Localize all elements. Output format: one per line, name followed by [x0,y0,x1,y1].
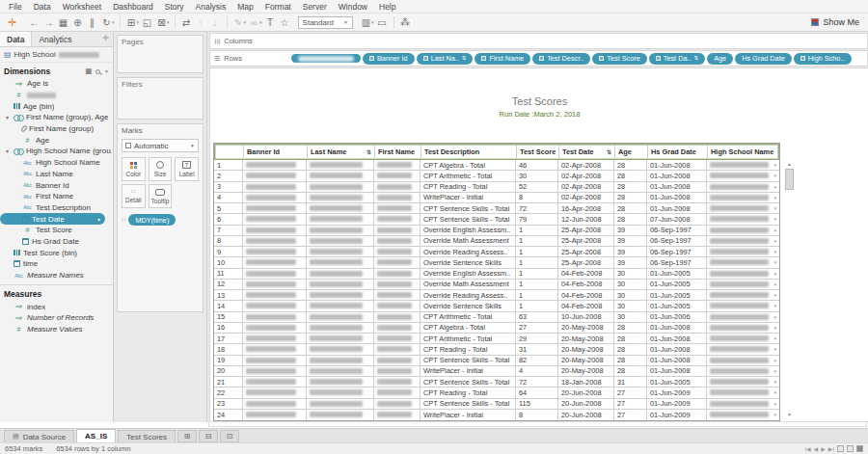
age-cell[interactable]: 27 [614,387,647,397]
test-score-cell[interactable]: 1 [516,290,558,300]
redacted-cell[interactable] [374,399,420,409]
redacted-cell[interactable] [243,257,307,267]
redacted-cell[interactable]: ▾ [707,193,779,202]
column-sort-icon[interactable]: ⇅ [607,148,611,155]
test-date-cell[interactable]: 02-Apr-2008 [558,182,614,192]
hs-grad-date-cell[interactable]: 01-Jun-2005 [647,280,707,289]
field-test-score[interactable]: Test Score [0,225,113,236]
clear-sheet-caret-icon[interactable]: ▾ [167,19,170,25]
test-date-cell[interactable]: 04-Feb-2008 [558,269,614,279]
field-redacted[interactable] [0,90,113,101]
test-date-cell[interactable]: 02-Apr-2008 [558,160,614,170]
sort-descending-icon[interactable]: ↓ [208,14,223,31]
scrollbar-thumb[interactable] [785,169,794,190]
sheet-tab-as-is[interactable]: AS_IS [76,429,116,442]
field-time[interactable]: time [0,258,113,270]
field-age-is[interactable]: Age is [0,78,113,90]
age-cell[interactable]: 30 [614,269,647,279]
row-number-cell[interactable]: 17 [214,334,243,343]
test-score-cell[interactable]: 72 [516,377,558,387]
redacted-cell[interactable] [374,247,420,256]
row-number-cell[interactable]: 1 [214,160,243,170]
redacted-cell[interactable] [374,334,420,343]
menu-item-data[interactable]: Data [28,2,57,12]
redacted-cell[interactable] [307,323,374,333]
test-description-cell[interactable]: Override English Assessm.. [420,269,516,279]
redacted-cell[interactable] [307,247,374,256]
redacted-cell[interactable] [243,247,307,256]
column-header-index[interactable] [215,145,244,159]
test-description-cell[interactable]: Override Reading Assess.. [420,247,516,256]
duplicate-sheet-icon[interactable]: ◱ [140,14,154,31]
age-cell[interactable]: 30 [614,312,647,322]
field-measure-values[interactable]: Measure Values [0,324,113,335]
redacted-cell[interactable]: ▾ [707,312,779,322]
field-test-score-bin-[interactable]: Test Score (bin) [0,247,113,258]
field-caret-icon[interactable]: ▾ [97,216,103,223]
redacted-cell[interactable] [374,182,420,192]
test-description-cell[interactable]: CPT Arithmetic - Total [420,171,516,180]
row-number-cell[interactable]: 8 [214,236,243,246]
test-description-cell[interactable]: WritePlacer - Initial [420,366,516,376]
mark-type-selector[interactable]: Automatic ▼ [122,139,199,152]
test-date-cell[interactable]: 20-May-2008 [558,356,614,365]
hs-grad-date-cell[interactable]: 01-Jun-2005 [647,377,707,387]
test-score-cell[interactable]: 63 [516,312,558,322]
redacted-cell[interactable] [243,344,307,354]
age-cell[interactable]: 39 [614,236,647,246]
redacted-cell[interactable] [307,280,374,289]
test-date-cell[interactable]: 20-May-2008 [558,344,614,354]
row-number-cell[interactable]: 6 [214,214,243,224]
field-high-school-name-group-[interactable]: ▾High School Name (group... [0,146,113,157]
test-date-cell[interactable]: 12-Jun-2008 [558,214,614,224]
redacted-cell[interactable] [374,193,420,202]
field-first-name-group-age[interactable]: ▾First Name (group), Age [0,112,113,123]
redacted-cell[interactable]: ▾ [707,160,779,170]
column-header-high-school-name[interactable]: High School Name [708,145,780,159]
redacted-cell[interactable]: ▾ [707,356,779,365]
hs-grad-date-cell[interactable]: 01-Jun-2006 [647,312,707,322]
hs-grad-date-cell[interactable]: 01-Jun-2009 [647,399,707,409]
size-button[interactable]: Size [149,157,173,181]
redacted-cell[interactable] [243,226,307,235]
field-age[interactable]: Age [0,134,113,146]
redacted-cell[interactable] [307,356,374,365]
detail-button[interactable]: ∷Detail [122,184,146,208]
test-description-cell[interactable]: WritePlacer - Initial [420,410,516,420]
test-description-cell[interactable]: CPT Sentence Skills - Total [420,377,516,387]
row-number-cell[interactable]: 20 [214,366,243,376]
pages-shelf[interactable]: Pages [117,35,203,73]
test-score-cell[interactable]: 29 [516,334,558,343]
redacted-cell[interactable] [374,323,420,333]
row-number-cell[interactable]: 7 [214,226,243,235]
rows-pill-test-score[interactable]: Test Score [592,53,646,65]
test-score-cell[interactable]: 1 [516,257,558,267]
column-header-banner-id[interactable]: Banner Id [244,145,308,159]
test-description-cell[interactable]: CPT Arithmetic - Total [420,312,516,322]
field-first-name[interactable]: First Name [0,191,113,202]
redacted-cell[interactable] [307,312,374,322]
redacted-cell[interactable] [374,377,420,387]
redacted-cell[interactable]: ▾ [707,171,779,180]
redacted-cell[interactable]: ▾ [707,410,779,420]
age-cell[interactable]: 28 [614,160,647,170]
redacted-cell[interactable] [307,214,374,224]
hs-grad-date-cell[interactable]: 01-Jun-2008 [647,366,707,376]
test-description-cell[interactable]: CPT Sentence Skills - Total [420,214,516,224]
redacted-cell[interactable] [307,269,374,279]
row-number-cell[interactable]: 16 [214,323,243,333]
redacted-cell[interactable]: ▾ [707,377,779,387]
row-number-cell[interactable]: 12 [214,280,243,289]
fit-selector[interactable]: Standard ▼ [298,16,353,29]
row-number-cell[interactable]: 21 [214,377,243,387]
test-date-cell[interactable]: 25-Apr-2008 [558,247,614,256]
redacted-cell[interactable] [307,236,374,246]
test-description-cell[interactable]: Override Reading Assess.. [420,290,516,300]
fit-axis-caret-icon[interactable]: ▾ [371,19,374,25]
pause-updates-icon[interactable]: ∥ [85,14,99,31]
row-number-cell[interactable]: 23 [214,399,243,409]
age-cell[interactable]: 28 [614,344,647,354]
row-number-cell[interactable]: 10 [214,257,243,267]
column-header-test-score[interactable]: Test Score [517,145,559,159]
redacted-cell[interactable] [307,301,374,310]
